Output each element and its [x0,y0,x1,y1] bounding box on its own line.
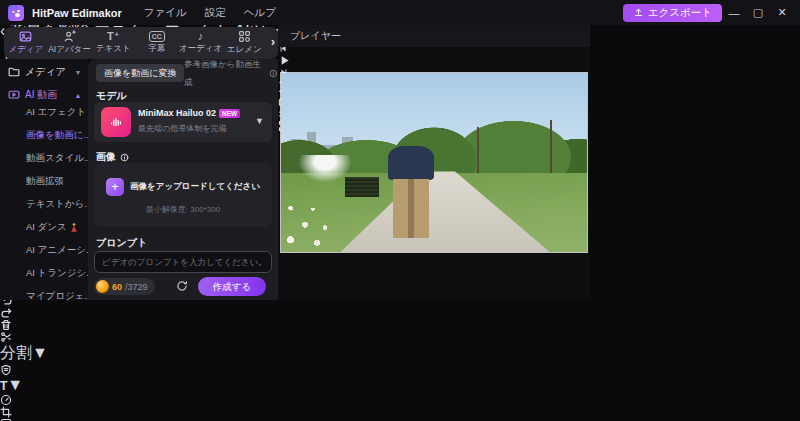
speed-button[interactable] [0,394,800,406]
player-panel: プレイヤー [278,25,590,300]
credit-coin-icon [96,280,109,293]
image-icon [19,30,32,43]
chevron-down-icon: ▼ [7,376,23,393]
app-logo-icon [8,5,24,21]
redo-button[interactable] [0,306,800,319]
upload-text: 画像をアップロードしてください [130,181,260,193]
model-logo-icon [101,107,131,137]
app-window: HitPaw Edimakor ファイル 設定 ヘルプ エクスポート — ▢ ✕… [0,0,800,421]
sidebar-item-video-style[interactable]: 動画スタイル... [26,152,92,165]
sidebar-item-text-to[interactable]: テキストから... [26,198,92,211]
tab-reference-generate[interactable]: 参考画像から動画生成 [184,64,278,82]
delete-button[interactable] [0,319,800,331]
info-icon [120,153,129,162]
chevron-down-icon: ▼ [32,344,48,361]
player-title: プレイヤー [278,25,590,47]
elements-grid-icon [238,30,251,43]
redo-icon [0,306,13,319]
video-frame [281,73,587,252]
model-label: モデル [96,89,127,103]
chevron-down-icon: ▾ [76,68,80,77]
tab-subtitles[interactable]: CC 字幕 [135,31,179,55]
nav-expand-chevron-icon[interactable]: › [271,35,275,49]
image-label: 画像 [96,150,129,164]
menu-help[interactable]: ヘルプ [244,6,276,20]
model-description: 最先端の指導体制を完備 [138,123,226,134]
crop-button[interactable] [0,406,800,418]
tab-convert-image[interactable]: 画像を動画に変換 [96,64,184,82]
text-tool-button[interactable]: T▼ [0,376,23,393]
image-to-video-panel: 画像を動画に変換 参考画像から動画生成 モデル MiniMax Hailuo 0… [88,59,278,300]
app-title: HitPaw Edimakor [32,7,122,19]
info-icon [269,69,278,78]
sidebar-item-ai-dance[interactable]: AI ダンス [26,221,78,234]
create-button[interactable]: 作成する [198,277,266,296]
shield-icon [0,364,12,376]
maximize-button[interactable]: ▢ [746,6,770,19]
title-bar: HitPaw Edimakor ファイル 設定 ヘルプ エクスポート — ▢ ✕ [0,0,800,25]
play-icon[interactable] [278,54,291,67]
sidebar-item-image-to-video[interactable]: 画像を動画に... [26,129,91,142]
model-selector[interactable]: MiniMax Hailuo 02NEW 最先端の指導体制を完備 ▼ [94,102,272,142]
folder-icon [8,66,20,78]
tab-ai-avatar[interactable]: AIアバター [48,30,92,56]
chevron-up-icon: ▴ [76,91,80,100]
tab-audio[interactable]: ♪ オーディオ [179,31,223,55]
video-canvas[interactable] [281,73,587,252]
sidebar-item-ai-animation[interactable]: AI アニメーシ... [26,244,94,257]
tab-text[interactable]: T⁺ テキスト [91,31,135,55]
editing-toolbar: 分割▼ T▼ [0,293,800,421]
upload-plus-icon: + [106,178,124,196]
tab-elements[interactable]: エレメン [222,30,266,56]
sidebar-group-ai-video[interactable]: AI 動画▴ [0,85,88,105]
image-upload-area[interactable]: + 画像をアップロードしてください 最小解像度: 300*300 [94,163,272,227]
sidebar-group-media[interactable]: メディア▾ [0,62,88,82]
video-monitor-icon [8,89,20,101]
prompt-label: プロンプト [96,236,147,250]
prompt-input[interactable] [94,251,272,273]
chevron-down-icon: ▼ [255,116,264,126]
min-resolution: 最小解像度: 300*300 [94,204,272,215]
credits-counter: 60/3729 [94,278,155,295]
dancer-icon [70,223,78,233]
refresh-icon[interactable] [176,280,188,292]
scissors-icon [0,331,12,343]
menu-file[interactable]: ファイル [144,6,187,20]
avatar-icon [63,30,76,43]
sidebar-item-ai-effect[interactable]: AI エフェクト [26,106,86,119]
crop-icon [0,406,12,418]
model-new-badge: NEW [219,109,240,118]
caption-icon: CC [149,31,165,42]
close-button[interactable]: ✕ [770,6,794,19]
export-up-icon [633,7,644,18]
split-button[interactable]: 分割▼ [0,331,800,361]
trash-icon [0,319,12,331]
text-icon: T⁺ [107,31,120,42]
sidebar-item-ai-transition[interactable]: AI トランジシ... [26,267,94,280]
music-note-icon: ♪ [198,31,204,42]
speedometer-icon [0,394,12,406]
sidebar: メディア▾ AI 動画▴ AI エフェクト 画像を動画に... 動画スタイル..… [0,59,88,300]
tab-media[interactable]: メディア [4,30,48,56]
sidebar-item-video-extend[interactable]: 動画拡張 [26,175,64,188]
export-button[interactable]: エクスポート [623,4,722,22]
minimize-button[interactable]: — [722,7,746,19]
model-name: MiniMax Hailuo 02 [138,108,216,118]
mask-button[interactable] [0,364,800,376]
menu-settings[interactable]: 設定 [205,6,226,20]
sidebar-item-my-projects[interactable]: マイプロジェ... [26,290,92,303]
